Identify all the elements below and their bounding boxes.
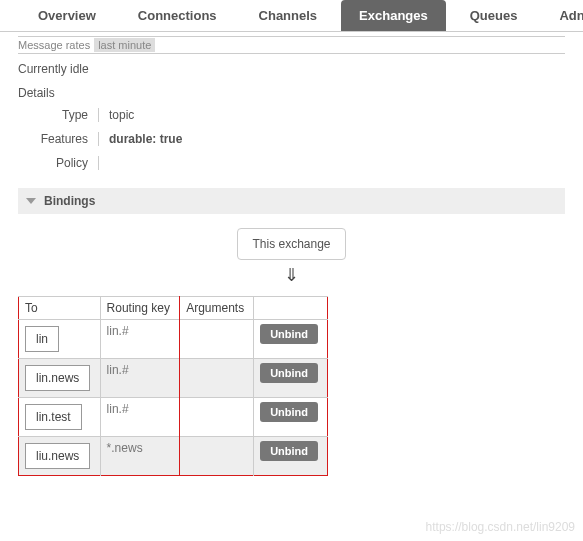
binding-routing-key: lin.#: [100, 359, 180, 398]
idle-text: Currently idle: [18, 62, 565, 76]
policy-value: [98, 156, 565, 170]
tab-exchanges[interactable]: Exchanges: [341, 0, 446, 31]
binding-routing-key: lin.#: [100, 398, 180, 437]
col-actions: [254, 297, 328, 320]
table-row: lin.news lin.# Unbind: [19, 359, 328, 398]
message-rates-chip[interactable]: last minute: [94, 38, 155, 52]
bindings-header-text: Bindings: [44, 194, 95, 208]
bindings-table: To Routing key Arguments lin lin.# Unbin…: [18, 296, 328, 476]
this-exchange-box: This exchange: [237, 228, 345, 260]
features-value: durable: true: [98, 132, 565, 146]
tabs-bar: Overview Connections Channels Exchanges …: [0, 0, 583, 32]
chevron-down-icon: [26, 198, 36, 204]
binding-to[interactable]: lin.test: [25, 404, 82, 430]
arrow-down-icon: ⇓: [284, 264, 299, 286]
binding-to[interactable]: lin: [25, 326, 59, 352]
type-value: topic: [98, 108, 565, 122]
bindings-section-header[interactable]: Bindings: [18, 188, 565, 214]
table-row: liu.news *.news Unbind: [19, 437, 328, 476]
unbind-button[interactable]: Unbind: [260, 324, 318, 344]
unbind-button[interactable]: Unbind: [260, 441, 318, 461]
tab-queues[interactable]: Queues: [452, 0, 536, 31]
binding-to[interactable]: liu.news: [25, 443, 90, 469]
details-header: Details: [18, 86, 565, 100]
binding-arguments: [180, 359, 254, 398]
details-grid: Type topic Features durable: true Policy: [18, 108, 565, 170]
tab-overview[interactable]: Overview: [20, 0, 114, 31]
type-label: Type: [18, 108, 98, 122]
tab-channels[interactable]: Channels: [241, 0, 336, 31]
tab-connections[interactable]: Connections: [120, 0, 235, 31]
message-rates-row: Message rates last minute: [18, 36, 565, 54]
binding-arguments: [180, 398, 254, 437]
policy-label: Policy: [18, 156, 98, 170]
message-rates-label: Message rates: [18, 39, 90, 51]
tab-admin[interactable]: Adn: [541, 0, 583, 31]
table-row: lin.test lin.# Unbind: [19, 398, 328, 437]
col-arguments: Arguments: [180, 297, 254, 320]
binding-arguments: [180, 320, 254, 359]
table-row: lin lin.# Unbind: [19, 320, 328, 359]
col-routing-key: Routing key: [100, 297, 180, 320]
binding-routing-key: *.news: [100, 437, 180, 476]
features-label: Features: [18, 132, 98, 146]
binding-routing-key: lin.#: [100, 320, 180, 359]
unbind-button[interactable]: Unbind: [260, 363, 318, 383]
binding-to[interactable]: lin.news: [25, 365, 90, 391]
binding-arguments: [180, 437, 254, 476]
col-to: To: [19, 297, 101, 320]
unbind-button[interactable]: Unbind: [260, 402, 318, 422]
